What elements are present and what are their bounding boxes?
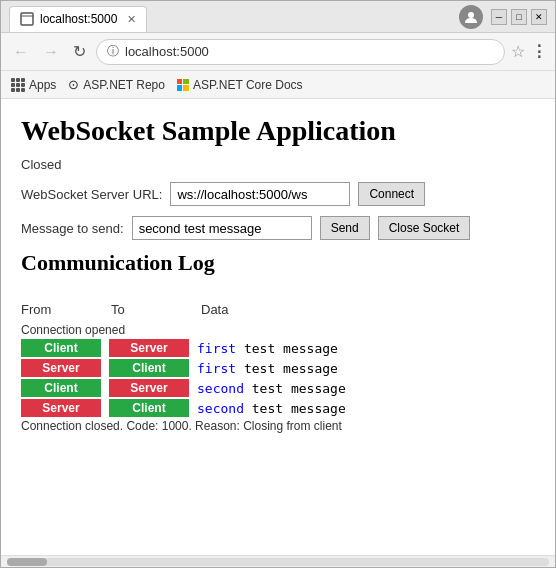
connection-closed-row: Connection closed. Code: 1000. Reason: C… [21, 419, 535, 433]
log-header-data: Data [201, 302, 535, 317]
from-badge: Client [21, 379, 101, 397]
bookmark-apps-label: Apps [29, 78, 56, 92]
table-row: ClientServersecond test message [21, 379, 535, 397]
bookmark-aspnet-repo[interactable]: ⊙ ASP.NET Repo [68, 77, 165, 92]
reload-button[interactable]: ↻ [69, 40, 90, 63]
connection-opened-text: Connection opened [21, 323, 125, 337]
log-data-cell: second test message [189, 401, 346, 416]
restore-button[interactable]: □ [511, 9, 527, 25]
comm-log-heading: Communication Log [21, 250, 535, 276]
send-button[interactable]: Send [320, 216, 370, 240]
from-badge: Server [21, 359, 101, 377]
close-button[interactable]: ✕ [531, 9, 547, 25]
log-header-from: From [21, 302, 111, 317]
github-icon: ⊙ [68, 77, 79, 92]
log-data-cell: first test message [189, 341, 338, 356]
url-box[interactable]: ⓘ localhost:5000 [96, 39, 505, 65]
table-row: ClientServerfirst test message [21, 339, 535, 357]
message-label: Message to send: [21, 221, 124, 236]
chrome-menu-button[interactable]: ⋮ [531, 42, 547, 61]
connection-opened-row: Connection opened [21, 323, 535, 337]
bookmarks-bar: Apps ⊙ ASP.NET Repo ASP.NET Core Docs [1, 71, 555, 99]
log-rows-container: ClientServerfirst test messageServerClie… [21, 339, 535, 417]
log-data-cell: first test message [189, 361, 338, 376]
connect-button[interactable]: Connect [358, 182, 425, 206]
addressbar: ← → ↻ ⓘ localhost:5000 ☆ ⋮ [1, 33, 555, 71]
forward-button[interactable]: → [39, 41, 63, 63]
connection-closed-text: Connection closed. Code: 1000. Reason: C… [21, 419, 342, 433]
bookmark-star-button[interactable]: ☆ [511, 42, 525, 61]
table-row: ServerClientsecond test message [21, 399, 535, 417]
apps-grid-icon [11, 78, 25, 92]
to-badge: Server [109, 379, 189, 397]
ws-url-label: WebSocket Server URL: [21, 187, 162, 202]
log-header-to: To [111, 302, 201, 317]
svg-point-2 [468, 12, 474, 18]
communication-log: Communication Log From To Data Connectio… [21, 250, 535, 433]
scrollbar-track [7, 558, 549, 566]
url-text: localhost:5000 [125, 44, 209, 59]
table-row: ServerClientfirst test message [21, 359, 535, 377]
log-data-cell: second test message [189, 381, 346, 396]
log-header: From To Data [21, 302, 535, 317]
lock-icon: ⓘ [107, 43, 119, 60]
tab-favicon [20, 12, 34, 26]
bookmark-aspnet-core-docs-label: ASP.NET Core Docs [193, 78, 303, 92]
ws-url-row: WebSocket Server URL: Connect [21, 182, 535, 206]
horizontal-scrollbar[interactable] [1, 555, 555, 567]
connection-status: Closed [21, 157, 535, 172]
window-controls: ─ □ ✕ [491, 9, 547, 25]
page-content: WebSocket Sample Application Closed WebS… [1, 99, 555, 555]
bookmark-aspnet-core-docs[interactable]: ASP.NET Core Docs [177, 78, 303, 92]
close-socket-button[interactable]: Close Socket [378, 216, 471, 240]
svg-rect-0 [21, 13, 33, 25]
browser-window: localhost:5000 ✕ ─ □ ✕ ← → ↻ ⓘ localhost… [0, 0, 556, 568]
tab-title: localhost:5000 [40, 12, 117, 26]
tab-close-button[interactable]: ✕ [127, 13, 136, 26]
scrollbar-thumb[interactable] [7, 558, 47, 566]
browser-tab[interactable]: localhost:5000 ✕ [9, 6, 147, 32]
bookmark-apps[interactable]: Apps [11, 78, 56, 92]
titlebar: localhost:5000 ✕ ─ □ ✕ [1, 1, 555, 33]
minimize-button[interactable]: ─ [491, 9, 507, 25]
message-input[interactable] [132, 216, 312, 240]
profile-icon[interactable] [459, 5, 483, 29]
from-badge: Server [21, 399, 101, 417]
bookmark-aspnet-repo-label: ASP.NET Repo [83, 78, 165, 92]
ws-url-input[interactable] [170, 182, 350, 206]
message-row: Message to send: Send Close Socket [21, 216, 535, 240]
to-badge: Client [109, 399, 189, 417]
page-heading: WebSocket Sample Application [21, 115, 535, 147]
back-button[interactable]: ← [9, 41, 33, 63]
microsoft-logo-icon [177, 79, 189, 91]
to-badge: Server [109, 339, 189, 357]
to-badge: Client [109, 359, 189, 377]
from-badge: Client [21, 339, 101, 357]
